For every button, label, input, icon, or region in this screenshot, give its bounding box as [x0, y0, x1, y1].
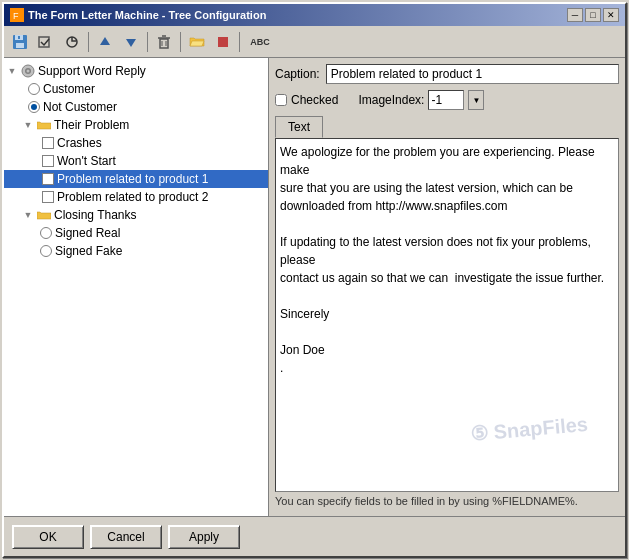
- tree-label-problem-product-2: Problem related to product 2: [57, 190, 208, 204]
- stop-button[interactable]: [211, 30, 235, 54]
- folder-their-problem-icon: [36, 117, 52, 133]
- checked-label[interactable]: Checked: [275, 93, 338, 107]
- main-window: F The Form Letter Machine - Tree Configu…: [2, 2, 627, 558]
- tree-item-signed-fake[interactable]: Signed Fake: [4, 242, 268, 260]
- image-index-input[interactable]: [428, 90, 464, 110]
- apply-button[interactable]: Apply: [168, 525, 240, 549]
- watermark: ⑤ SnapFiles: [469, 412, 589, 446]
- down-button[interactable]: [119, 30, 143, 54]
- checkbox-crashes[interactable]: [42, 137, 54, 149]
- tree-item-customer[interactable]: Customer: [4, 80, 268, 98]
- svg-rect-4: [16, 43, 24, 48]
- tree-item-support-word-reply[interactable]: ▼ Support Word Reply: [4, 62, 268, 80]
- svg-marker-9: [126, 39, 136, 47]
- delete-button[interactable]: [152, 30, 176, 54]
- image-index-label: ImageIndex:: [358, 93, 424, 107]
- checkbox-pp1[interactable]: [42, 173, 54, 185]
- text-content: We apologize for the problem you are exp…: [280, 143, 614, 377]
- refresh-button[interactable]: [60, 30, 84, 54]
- svg-rect-10: [160, 39, 168, 48]
- up-button[interactable]: [93, 30, 117, 54]
- tree-item-not-customer[interactable]: Not Customer: [4, 98, 268, 116]
- svg-text:F: F: [13, 11, 19, 21]
- ok-button[interactable]: OK: [12, 525, 84, 549]
- tree-label-not-customer: Not Customer: [43, 100, 117, 114]
- spell-check-button[interactable]: ABC: [244, 30, 276, 54]
- tree-item-closing-thanks[interactable]: ▼ Closing Thanks: [4, 206, 268, 224]
- svg-marker-8: [100, 37, 110, 45]
- tab-text[interactable]: Text: [275, 116, 323, 138]
- hint-text: You can specify fields to be filled in b…: [275, 492, 619, 510]
- separator-3: [180, 32, 181, 52]
- tree-label-signed-fake: Signed Fake: [55, 244, 122, 258]
- tab-bar: Text: [275, 116, 619, 138]
- svg-rect-5: [18, 36, 20, 39]
- image-index-dropdown[interactable]: ▼: [468, 90, 484, 110]
- title-bar-left: F The Form Letter Machine - Tree Configu…: [10, 8, 266, 22]
- expander-their-problem: ▼: [20, 117, 36, 133]
- cancel-button[interactable]: Cancel: [90, 525, 162, 549]
- separator-4: [239, 32, 240, 52]
- tree-label-customer: Customer: [43, 82, 95, 96]
- bottom-bar: OK Cancel Apply: [4, 516, 625, 556]
- tree-label-their-problem: Their Problem: [54, 118, 129, 132]
- tree-item-their-problem[interactable]: ▼ Their Problem: [4, 116, 268, 134]
- text-area-container[interactable]: We apologize for the problem you are exp…: [275, 138, 619, 492]
- caption-input[interactable]: [326, 64, 619, 84]
- expander-customer: [20, 81, 28, 97]
- tree-panel: ▼ Support Word Reply Customer: [4, 58, 269, 516]
- checked-checkbox[interactable]: [275, 94, 287, 106]
- svg-point-18: [27, 70, 30, 73]
- toolbar: ABC: [4, 26, 625, 58]
- radio-signed-fake[interactable]: [40, 245, 52, 257]
- tree-label-closing-thanks: Closing Thanks: [54, 208, 137, 222]
- radio-not-customer[interactable]: [28, 101, 40, 113]
- right-panel: Caption: Checked ImageIndex: ▼ Text: [269, 58, 625, 516]
- separator-2: [147, 32, 148, 52]
- caption-label: Caption:: [275, 67, 320, 81]
- save-button[interactable]: [8, 30, 32, 54]
- folder-closing-icon: [36, 207, 52, 223]
- minimize-button[interactable]: ─: [567, 8, 583, 22]
- expander-support: ▼: [4, 63, 20, 79]
- tree-item-problem-product-2[interactable]: Problem related to product 2: [4, 188, 268, 206]
- tree-label-support-word-reply: Support Word Reply: [38, 64, 146, 78]
- disk-icon: [20, 63, 36, 79]
- checkbox-pp2[interactable]: [42, 191, 54, 203]
- title-controls: ─ □ ✕: [567, 8, 619, 22]
- tree-label-signed-real: Signed Real: [55, 226, 120, 240]
- folder-open-button[interactable]: [185, 30, 209, 54]
- main-content: ▼ Support Word Reply Customer: [4, 58, 625, 516]
- app-icon: F: [10, 8, 24, 22]
- tree-item-signed-real[interactable]: Signed Real: [4, 224, 268, 242]
- tree-item-wont-start[interactable]: Won't Start: [4, 152, 268, 170]
- tree-label-problem-product-1: Problem related to product 1: [57, 172, 208, 186]
- options-row: Checked ImageIndex: ▼: [275, 90, 619, 110]
- maximize-button[interactable]: □: [585, 8, 601, 22]
- svg-rect-15: [218, 37, 228, 47]
- window-title: The Form Letter Machine - Tree Configura…: [28, 9, 266, 21]
- tree-item-crashes[interactable]: Crashes: [4, 134, 268, 152]
- radio-signed-real[interactable]: [40, 227, 52, 239]
- close-button[interactable]: ✕: [603, 8, 619, 22]
- caption-row: Caption:: [275, 64, 619, 84]
- image-index-row: ImageIndex: ▼: [358, 90, 484, 110]
- expander-closing: ▼: [20, 207, 36, 223]
- tree-label-wont-start: Won't Start: [57, 154, 116, 168]
- separator-1: [88, 32, 89, 52]
- checkbox-button[interactable]: [34, 30, 58, 54]
- radio-customer[interactable]: [28, 83, 40, 95]
- tree-label-crashes: Crashes: [57, 136, 102, 150]
- checked-text: Checked: [291, 93, 338, 107]
- title-bar: F The Form Letter Machine - Tree Configu…: [4, 4, 625, 26]
- checkbox-wont-start[interactable]: [42, 155, 54, 167]
- expander-not-customer: [20, 99, 28, 115]
- tree-item-problem-product-1[interactable]: Problem related to product 1: [4, 170, 268, 188]
